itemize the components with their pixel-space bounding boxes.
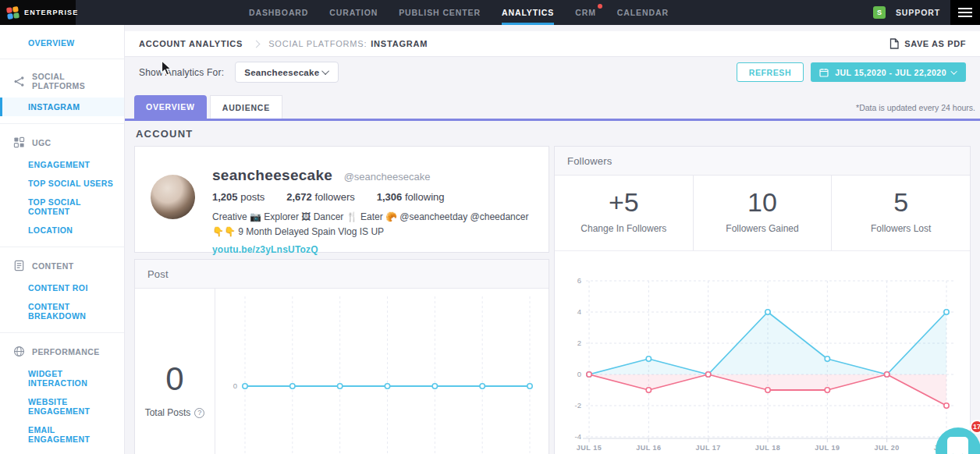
sidebar-item-overview[interactable]: OVERVIEW (0, 25, 124, 59)
nav-menu: DASHBOARDCURATIONPUBLISH CENTERANALYTICS… (76, 0, 842, 25)
nav-item-dashboard[interactable]: DASHBOARD (249, 0, 308, 25)
breadcrumb: ACCOUNT ANALYTICS SOCIAL PLATFORMS: INST… (125, 31, 980, 57)
tab-overview[interactable]: OVERVIEW (134, 95, 207, 119)
data-update-note: *Data is updated every 24 hours. (856, 103, 980, 112)
help-icon[interactable]: ? (194, 408, 204, 418)
followers-stats: +5Change In Followers10Followers Gained5… (555, 176, 970, 251)
sidebar-item-widget-interaction[interactable]: WIDGET INTERACTION (0, 364, 124, 392)
sidebar: OVERVIEW SOCIAL PLATFORMSINSTAGRAMUGCENG… (0, 25, 125, 454)
content-area: ACCOUNT ANALYTICS SOCIAL PLATFORMS: INST… (125, 25, 980, 454)
svg-text:JUL 15: JUL 15 (577, 444, 602, 452)
svg-text:JUL 17: JUL 17 (695, 444, 720, 452)
account-card: seancheesecake @seancheesecake 1,205 pos… (134, 146, 549, 253)
sidebar-item-top-social-users[interactable]: TOP SOCIAL USERS (0, 174, 124, 193)
brand-logo[interactable]: ENTERPRISE (0, 0, 76, 25)
sidebar-item-top-social-content[interactable]: TOP SOCIAL CONTENT (0, 193, 124, 221)
tabs-bar: OVERVIEWAUDIENCE *Data is updated every … (125, 95, 980, 121)
svg-text:-2: -2 (575, 401, 581, 410)
account-stat: 1,306 following (377, 191, 445, 203)
chevron-down-icon (321, 67, 329, 75)
sidebar-section-performance: PERFORMANCE (0, 339, 124, 364)
sidebar-item-website-engagement[interactable]: WEBSITE ENGAGEMENT (0, 392, 124, 420)
sidebar-section-content: CONTENT (0, 253, 124, 278)
account-bio: Creative 📷 Explorer 🖼 Dancer 🍴 Eater 🥐 @… (212, 210, 533, 239)
sidebar-item-location[interactable]: LOCATION (0, 221, 124, 239)
show-analytics-label: Show Analytics For: (139, 67, 224, 78)
sidebar-item-user-breakdown[interactable]: USER BREAKDOWN (0, 449, 124, 454)
svg-text:JUL 16: JUL 16 (636, 444, 661, 452)
hamburger-menu-icon[interactable] (950, 0, 980, 25)
account-bio-link[interactable]: youtu.be/z3yLnsUTozQ (212, 244, 318, 255)
breadcrumb-section: SOCIAL PLATFORMS: (268, 39, 367, 48)
svg-text:2: 2 (577, 339, 581, 347)
breadcrumb-root[interactable]: ACCOUNT ANALYTICS (139, 39, 243, 48)
performance-globe-icon (13, 346, 25, 357)
nav-right: S SUPPORT (873, 0, 980, 25)
followers-line-chart: -4-20246JUL 15JUL 16JUL 17JUL 18JUL 19JU… (555, 265, 970, 454)
chat-unread-badge: 17 (970, 420, 980, 434)
account-stats: 1,205 posts2,672 followers1,306 followin… (212, 191, 533, 203)
svg-text:4: 4 (577, 307, 581, 316)
support-link[interactable]: SUPPORT (896, 8, 940, 17)
account-handle: @seancheesecake (344, 171, 431, 183)
svg-text:JUL 19: JUL 19 (815, 444, 840, 452)
svg-text:0: 0 (233, 381, 237, 390)
share-icon (13, 76, 25, 87)
post-panel: Post 0 Total Posts ? 0 (134, 259, 549, 454)
user-avatar-badge[interactable]: S (873, 6, 886, 19)
ugc-grid-icon (13, 137, 25, 148)
chevron-right-icon (253, 40, 261, 48)
account-username: seancheesecake (212, 167, 332, 183)
sidebar-item-engagement[interactable]: ENGAGEMENT (0, 155, 124, 174)
sidebar-item-instagram[interactable]: INSTAGRAM (0, 98, 124, 116)
date-range-picker[interactable]: JUL 15,2020 - JUL 22,2020 (811, 62, 966, 82)
followers-stat-cell: +5Change In Followers (555, 176, 694, 250)
chevron-down-icon (950, 68, 957, 74)
main-panel: ACCOUNT seancheesecake @seancheesecake 1… (125, 121, 980, 454)
sidebar-item-content-roi[interactable]: CONTENT ROI (0, 278, 124, 297)
svg-text:-4: -4 (575, 432, 581, 441)
nav-item-curation[interactable]: CURATION (329, 0, 378, 25)
total-posts-stat: 0 Total Posts ? (135, 289, 215, 454)
save-as-pdf-button[interactable]: SAVE AS PDF (889, 38, 966, 49)
pdf-document-icon (889, 38, 899, 49)
calendar-icon (819, 68, 829, 77)
nav-item-analytics[interactable]: ANALYTICS (502, 0, 554, 25)
tab-audience[interactable]: AUDIENCE (210, 95, 282, 119)
sidebar-item-email-engagement[interactable]: EMAIL ENGAGEMENT (0, 420, 124, 449)
account-stat: 2,672 followers (286, 191, 354, 203)
profile-avatar (151, 175, 195, 219)
posts-line-chart: 0 (215, 289, 550, 454)
svg-text:6: 6 (577, 276, 581, 285)
nav-item-calendar[interactable]: CALENDAR (617, 0, 669, 25)
total-posts-value: 0 (135, 360, 215, 398)
svg-text:0: 0 (577, 370, 581, 378)
top-nav: ENTERPRISE DASHBOARDCURATIONPUBLISH CENT… (0, 0, 980, 25)
sidebar-section-social-platforms: SOCIAL PLATFORMS (0, 65, 124, 98)
nav-item-crm[interactable]: CRM (575, 0, 596, 25)
post-panel-title: Post (135, 260, 549, 289)
svg-text:JUL 20: JUL 20 (874, 444, 899, 452)
brand-name: ENTERPRISE (24, 9, 79, 16)
account-section-title: ACCOUNT (136, 128, 971, 140)
analytics-toolbar: Show Analytics For: Seancheesecake REFRE… (125, 57, 980, 87)
content-file-icon (13, 260, 25, 271)
sidebar-item-content-breakdown[interactable]: CONTENT BREAKDOWN (0, 297, 124, 325)
breadcrumb-current: INSTAGRAM (371, 39, 428, 48)
svg-text:JUL 18: JUL 18 (755, 444, 780, 452)
nav-item-publish-center[interactable]: PUBLISH CENTER (399, 0, 481, 25)
account-select[interactable]: Seancheesecake (235, 62, 339, 83)
notification-dot-icon (598, 4, 602, 9)
sidebar-section-ugc: UGC (0, 129, 124, 155)
followers-stat-cell: 5Followers Lost (832, 176, 970, 250)
enterprise-logo-icon (6, 6, 20, 20)
total-posts-label: Total Posts (145, 407, 191, 418)
refresh-button[interactable]: REFRESH (737, 62, 804, 82)
followers-panel-title: Followers (555, 147, 970, 176)
chat-icon (947, 437, 968, 454)
account-stat: 1,205 posts (212, 191, 265, 203)
followers-stat-cell: 10Followers Gained (694, 176, 833, 250)
followers-panel: Followers +5Change In Followers10Followe… (554, 146, 971, 454)
